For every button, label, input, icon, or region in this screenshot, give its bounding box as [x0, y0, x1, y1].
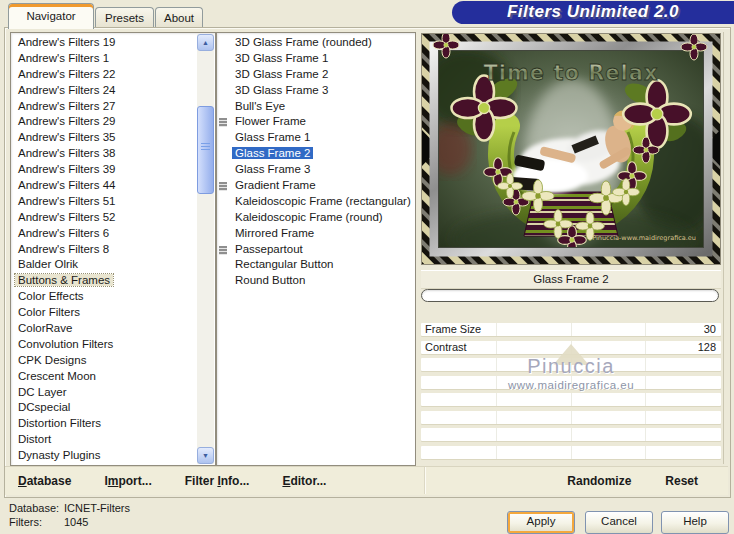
category-item[interactable]: Andrew's Filters 52 — [11, 210, 215, 226]
apply-button[interactable]: Apply — [507, 511, 575, 534]
category-item[interactable]: DCspecial — [11, 400, 215, 416]
category-item[interactable]: Andrew's Filters 35 — [11, 130, 215, 146]
status-database-label: Database: — [9, 502, 64, 516]
status-filters-label: Filters: — [9, 516, 64, 530]
category-item[interactable]: Distort — [11, 432, 215, 448]
filter-item[interactable]: 3D Glass Frame 1 — [217, 51, 415, 67]
category-item[interactable]: Crescent Moon — [11, 369, 215, 385]
toolbar-menu-item[interactable]: Editor... — [282, 474, 326, 488]
help-button[interactable]: Help — [661, 511, 729, 534]
category-item[interactable]: Andrew's Filters 19 — [11, 35, 215, 51]
category-item[interactable]: Andrew's Filters 39 — [11, 162, 215, 178]
tab-presets[interactable]: Presets — [95, 7, 154, 28]
filter-list: 3D Glass Frame (rounded)3D Glass Frame 1… — [217, 35, 415, 289]
parameter-label: Frame Size — [425, 323, 481, 336]
reset-button[interactable]: Reset — [665, 474, 698, 488]
filter-item[interactable]: Glass Frame 3 — [217, 162, 415, 178]
filter-item[interactable]: 3D Glass Frame (rounded) — [217, 35, 415, 51]
category-item[interactable]: Andrew's Filters 29 — [11, 114, 215, 130]
category-item[interactable]: Andrew's Filters 44 — [11, 178, 215, 194]
scroll-down-icon[interactable]: ▼ — [197, 447, 214, 464]
category-item[interactable]: ColorRave — [11, 321, 215, 337]
preview-signature-text: Pinuccia-www.maidiregrafica.eu — [592, 234, 696, 242]
tab-about[interactable]: About — [155, 7, 203, 28]
category-item[interactable]: Color Effects — [11, 289, 215, 305]
filter-item[interactable]: 3D Glass Frame 3 — [217, 83, 415, 99]
parameter-slider[interactable] — [421, 411, 721, 424]
toolbar-menu-item[interactable]: Import... — [104, 474, 151, 488]
scroll-up-icon[interactable]: ▲ — [197, 34, 214, 51]
parameter-slider[interactable] — [421, 428, 721, 441]
status-filters-value: 1045 — [64, 516, 130, 530]
filter-item[interactable]: Bull's Eye — [217, 99, 415, 115]
presets-marker-icon — [219, 182, 227, 191]
category-item[interactable]: CPK Designs — [11, 353, 215, 369]
filter-item[interactable]: Rectangular Button — [217, 257, 415, 273]
scroll-thumb[interactable] — [197, 106, 214, 194]
filter-item[interactable]: Gradient Frame — [217, 178, 415, 194]
parameter-slider[interactable]: Frame Size 30 — [421, 323, 721, 336]
category-scrollbar[interactable]: ▲ ▼ — [197, 34, 214, 464]
filter-item[interactable]: Round Button — [217, 273, 415, 289]
watermark-url: www.maidiregrafica.eu — [421, 379, 721, 391]
preview-panel: Time to Relax Pinuccia-www.maidiregrafic… — [421, 32, 724, 464]
filter-item[interactable]: Glass Frame 2 — [217, 146, 415, 162]
randomize-button[interactable]: Randomize — [567, 474, 631, 488]
filters-unlimited-window: Navigator Presets About Filters Unlimite… — [0, 0, 734, 534]
presets-marker-icon — [219, 118, 227, 127]
category-item[interactable]: Andrew's Filters 51 — [11, 194, 215, 210]
filter-item[interactable]: Mirrored Frame — [217, 226, 415, 242]
category-item[interactable]: Andrew's Filters 27 — [11, 99, 215, 115]
filter-item[interactable]: Kaleidoscopic Frame (rectangular) — [217, 194, 415, 210]
progress-bar — [421, 289, 719, 302]
toolbar-divider — [424, 467, 425, 494]
filter-listbox: 3D Glass Frame (rounded)3D Glass Frame 1… — [216, 32, 416, 466]
preview-title-text: Time to Relax — [483, 61, 658, 85]
filter-item[interactable]: 3D Glass Frame 2 — [217, 67, 415, 83]
filter-item[interactable]: Passepartout — [217, 242, 415, 258]
category-item[interactable]: Andrew's Filters 6 — [11, 226, 215, 242]
category-item[interactable]: Andrew's Filters 8 — [11, 242, 215, 258]
filter-item[interactable]: Glass Frame 1 — [217, 130, 415, 146]
category-item[interactable]: Andrew's Filters 22 — [11, 67, 215, 83]
parameter-value: 128 — [698, 341, 716, 354]
parameter-slider[interactable] — [421, 446, 721, 459]
category-item[interactable]: Dynasty Plugins — [11, 448, 215, 464]
selected-filter-caption: Glass Frame 2 — [421, 270, 721, 289]
title-banner: Filters Unlimited 2.0 — [452, 1, 734, 24]
filter-item[interactable]: Flower Frame — [217, 114, 415, 130]
filter-item[interactable]: Kaleidoscopic Frame (round) — [217, 210, 415, 226]
watermark-name: Pinuccia — [421, 355, 721, 378]
category-item[interactable]: Color Filters — [11, 305, 215, 321]
category-item[interactable]: Andrew's Filters 1 — [11, 51, 215, 67]
bottom-toolbar: DatabaseImport...Filter Info...Editor...… — [5, 466, 728, 495]
category-item[interactable]: Balder Olrik — [11, 257, 215, 273]
category-item[interactable]: Buttons & Frames — [11, 273, 215, 289]
toolbar-menu-item[interactable]: Database — [18, 474, 71, 488]
category-item[interactable]: DC Layer — [11, 385, 215, 401]
cancel-button[interactable]: Cancel — [585, 511, 653, 534]
status-area: Database: ICNET-Filters Filters: 1045 — [9, 502, 130, 529]
category-item[interactable]: Distortion Filters — [11, 416, 215, 432]
category-listbox: Andrew's Filters 19Andrew's Filters 1And… — [10, 32, 216, 466]
parameter-value: 30 — [704, 323, 716, 336]
parameter-label: Contrast — [425, 341, 467, 354]
category-list: Andrew's Filters 19Andrew's Filters 1And… — [11, 35, 215, 464]
preview-image: Time to Relax Pinuccia-www.maidiregrafic… — [421, 33, 721, 265]
presets-marker-icon — [219, 246, 227, 255]
toolbar-menu-item[interactable]: Filter Info... — [185, 474, 250, 488]
category-item[interactable]: Andrew's Filters 38 — [11, 146, 215, 162]
status-database-value: ICNET-Filters — [64, 502, 130, 516]
tab-navigator[interactable]: Navigator — [8, 3, 94, 29]
thumb-grip-icon — [201, 143, 210, 152]
parameter-slider[interactable] — [421, 393, 721, 406]
category-item[interactable]: Convolution Filters — [11, 337, 215, 353]
category-item[interactable]: Andrew's Filters 24 — [11, 83, 215, 99]
